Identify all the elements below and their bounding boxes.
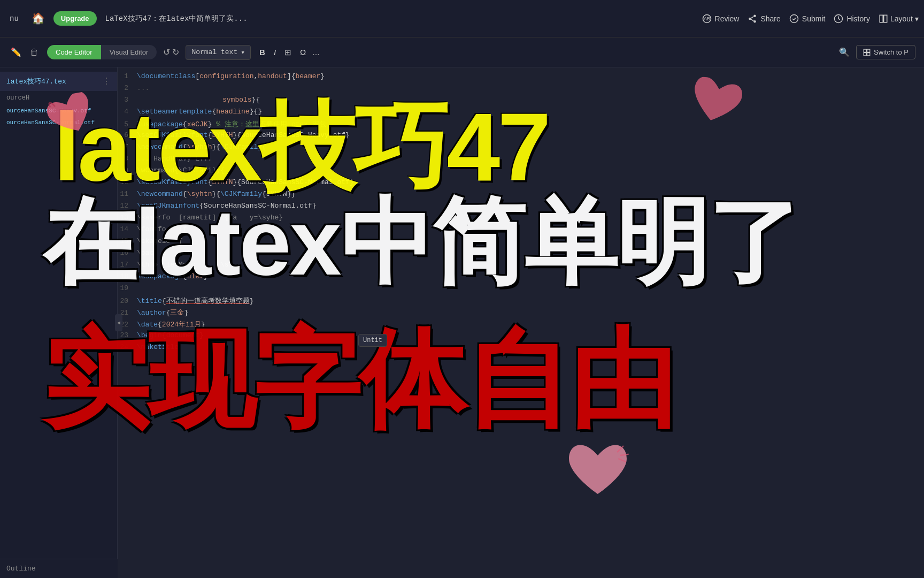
text-format-dropdown[interactable]: Normal text ▾ — [186, 45, 251, 60]
delete-icon-button[interactable]: 🗑 — [28, 45, 41, 59]
code-line-2: 2 ... — [118, 83, 924, 95]
code-line-21: 21 \author{三金} — [118, 307, 924, 319]
svg-point-2 — [754, 14, 757, 17]
layout-chevron-icon: ▾ — [915, 14, 919, 23]
sidebar-file-name: latex技巧47.tex — [6, 77, 66, 86]
bold-button[interactable]: B — [257, 45, 267, 59]
sidebar-font-normal[interactable]: ourceHanSansSC-Normal.otf — [0, 117, 117, 128]
share-button[interactable]: Share — [748, 14, 780, 24]
sidebar-font-normal-label: ourceHanSansSC-Normal.otf — [6, 119, 95, 126]
line-num-1: 1 — [118, 72, 137, 80]
svg-rect-10 — [884, 15, 887, 22]
sidebar-folder-label-1: ourceH — [6, 94, 29, 102]
code-line-14: 14 \fontfo {f — [118, 225, 924, 237]
line-num-14: 14 — [118, 225, 137, 233]
document-title: LaTeX技巧47：在latex中简单明了实... — [101, 14, 698, 24]
edit-icon-button[interactable]: ✏️ — [9, 45, 24, 59]
code-line-5: 5 \usepackage{xeCJK} % 注意：这里不要使用 ctex 宏包 — [118, 119, 924, 131]
review-button[interactable]: AB Review — [702, 14, 740, 24]
text-format-chevron-icon: ▾ — [241, 48, 245, 57]
home-icon[interactable]: 🏠 — [27, 12, 49, 25]
layout-button[interactable]: Layout ▾ — [879, 14, 919, 24]
search-button[interactable]: 🔍 — [839, 47, 850, 57]
code-line-11: 11 \newcommand{\syhtn}{\CJKfamily{SYHTN}… — [118, 189, 924, 201]
italic-button[interactable]: I — [272, 45, 278, 59]
visual-editor-button[interactable]: Visual Editor — [101, 45, 157, 59]
code-line-23: 23 \begin{document} — [118, 331, 924, 343]
redo-button[interactable]: ↻ — [172, 47, 179, 57]
sidebar: latex技巧47.tex ⋮ ourceH ourceHanSansSC-He… — [0, 67, 118, 578]
svg-text:AB: AB — [704, 16, 710, 21]
layout-label: Layout — [890, 14, 913, 23]
main-content: latex技巧47.tex ⋮ ourceH ourceHanSansSC-He… — [0, 67, 924, 578]
tooltip-popup: Untit — [358, 334, 387, 347]
svg-rect-14 — [867, 52, 870, 55]
history-button[interactable]: History — [834, 14, 870, 24]
line-num-10: 10 — [118, 178, 137, 186]
code-line-4: 4 \setbeamertemplate{headline}{} — [118, 107, 924, 119]
sidebar-font-heavy-label: ourceHanSansSC-Heavy.otf — [6, 108, 91, 114]
line-num-12: 12 — [118, 202, 137, 210]
undo-button[interactable]: ↺ — [163, 47, 170, 57]
switch-to-label: Switch to P — [874, 48, 908, 56]
sidebar-file-item[interactable]: latex技巧47.tex ⋮ — [0, 72, 117, 91]
line-content-2: ... — [137, 84, 149, 92]
line-content-7: \newcommand{\syhth}{\CJKfamily{ — [137, 143, 266, 151]
svg-line-5 — [751, 16, 754, 18]
line-content-23: \begin{document} — [137, 331, 204, 339]
code-line-17: 17 \thfo le=Matc \s — [118, 260, 924, 272]
code-line-24: 24 \maketitle — [118, 343, 924, 354]
line-content-17: \thfo le=Matc \s — [137, 261, 229, 269]
line-content-24: \maketitle — [137, 343, 179, 351]
svg-rect-11 — [864, 49, 866, 52]
code-line-18: 18 \usepackage{ulem} — [118, 272, 924, 284]
line-content-14: \fontfo {f — [137, 225, 187, 233]
submit-label: Submit — [802, 14, 826, 23]
line-content-15: \ckagelo { — [137, 237, 183, 245]
sidebar-folder-1[interactable]: ourceH — [0, 91, 117, 105]
nav-actions: AB Review Share Submit History Layout ▾ — [702, 14, 919, 24]
svg-point-4 — [754, 20, 757, 23]
line-num-2: 2 — [118, 84, 137, 92]
svg-rect-9 — [880, 15, 883, 22]
code-line-20: 20 \title{不错的一道高考数学填空题} — [118, 295, 924, 307]
svg-point-7 — [790, 14, 798, 22]
line-num-6: 6 — [118, 131, 137, 139]
code-editor-button[interactable]: Code Editor — [47, 45, 101, 59]
sidebar-collapse-handle[interactable]: ◀ — [115, 314, 122, 331]
svg-point-3 — [749, 17, 752, 20]
line-num-7: 7 — [118, 143, 137, 151]
sidebar-font-heavy[interactable]: ourceHanSansSC-Heavy.otf — [0, 105, 117, 117]
line-content-22: \date{2024年11月} — [137, 320, 205, 329]
code-line-19: 19 — [118, 284, 924, 295]
code-editor-area[interactable]: 1 \documentclass[configuration,handout]{… — [118, 67, 924, 578]
format-tools: B I ⊞ Ω ... — [257, 45, 320, 59]
line-num-8: 8 — [118, 155, 137, 163]
line-content-3: symbols}{ — [137, 96, 260, 104]
line-num-18: 18 — [118, 272, 137, 280]
upgrade-button[interactable]: Upgrade — [53, 11, 97, 26]
line-content-11: \newcommand{\syhtn}{\CJKfamily{SYHTN}} — [137, 190, 296, 198]
code-line-13: 13 \samerfo [rametit] {fa y=\syhe} — [118, 213, 924, 225]
line-num-23: 23 — [118, 331, 137, 339]
more-options-button[interactable]: ... — [312, 48, 319, 57]
code-line-3: 3 symbols}{ — [118, 95, 924, 107]
line-content-21: \author{三金} — [137, 308, 188, 317]
switch-to-button[interactable]: Switch to P — [856, 45, 915, 59]
code-line-6: 6 \setCJKfamilyfont{SYHTH}{SourceHanSans… — [118, 131, 924, 142]
svg-line-6 — [751, 19, 754, 21]
sidebar-menu-dots-icon[interactable]: ⋮ — [102, 76, 111, 87]
text-format-label: Normal text — [191, 48, 237, 56]
code-line-9: 9 \wCommand{\CJKfamily{ — [118, 166, 924, 178]
line-num-24: 24 — [118, 343, 137, 351]
outline-label: Outline — [6, 565, 36, 573]
line-content-1: \documentclass[configuration,handout]{be… — [137, 72, 325, 80]
line-content-18: \usepackage{ulem} — [137, 272, 208, 280]
share-label: Share — [760, 14, 780, 23]
submit-button[interactable]: Submit — [789, 14, 826, 24]
line-num-17: 17 — [118, 261, 137, 269]
code-line-8: 8 ... HandHeavy E... — [118, 154, 924, 166]
omega-icon-button[interactable]: Ω — [298, 45, 308, 59]
line-content-12: \setCJKmainfont{SourceHanSansSC-Normal.o… — [137, 202, 316, 210]
table-icon-button[interactable]: ⊞ — [282, 45, 294, 59]
